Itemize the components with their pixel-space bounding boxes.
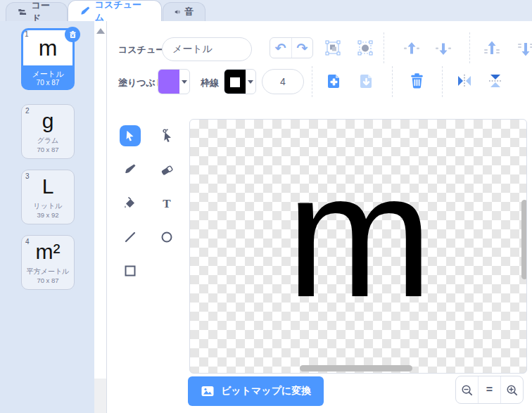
arrow-down-layer-icon <box>434 39 452 58</box>
undo-redo-group: ↶ ↷ <box>270 37 313 58</box>
costume-item-litre[interactable]: 3 L リットル 39 x 92 <box>21 170 75 224</box>
canvas-vertical-scrollbar[interactable] <box>521 200 527 279</box>
canvas-horizontal-scrollbar[interactable] <box>300 365 412 371</box>
circle-tool[interactable] <box>156 227 177 248</box>
flip-horizontal-button[interactable] <box>456 72 473 89</box>
zoom-controls: = <box>455 376 524 404</box>
costume-list-scrollbar[interactable] <box>94 21 107 413</box>
costume-name: メートル <box>21 69 75 80</box>
ungroup-icon <box>357 39 374 56</box>
convert-to-bitmap-button[interactable]: ビットマップに変換 <box>188 376 324 406</box>
costume-name: グラム <box>22 136 74 146</box>
fill-color-picker[interactable] <box>158 69 190 94</box>
select-tool[interactable] <box>120 125 141 146</box>
paste-button[interactable] <box>357 72 375 90</box>
eraser-icon <box>160 163 174 177</box>
costume-item-metre[interactable]: m 1 メートル 70 x 87 <box>21 28 75 90</box>
brush-icon <box>123 163 137 177</box>
arrow-front-icon <box>483 39 501 58</box>
text-icon: T <box>160 196 174 210</box>
outline-dropdown <box>246 70 255 94</box>
bring-to-front-button[interactable] <box>483 39 501 58</box>
arrow-back-icon <box>517 39 532 58</box>
speaker-icon <box>175 6 180 18</box>
flip-horizontal-icon <box>456 72 473 89</box>
code-blocks-icon <box>18 6 27 18</box>
fill-tool[interactable] <box>120 193 141 214</box>
reshape-tool[interactable] <box>156 125 177 146</box>
costume-item-square-metre[interactable]: 4 m² 平方メートル 70 x 87 <box>21 235 75 290</box>
toolbar-divider <box>392 66 393 97</box>
select-cursor-icon <box>124 129 137 142</box>
tab-sounds-label: 音 <box>184 6 194 18</box>
paint-bucket-icon <box>123 196 137 210</box>
costume-glyph: L <box>22 174 74 198</box>
costume-glyph: g <box>22 109 74 132</box>
zoom-in-button[interactable] <box>500 376 523 403</box>
costume-list: m 1 メートル 70 x 87 2 g グラム 70 x 87 3 L リット… <box>0 21 94 413</box>
tab-sounds[interactable]: 音 <box>163 2 205 21</box>
tab-costumes[interactable]: コスチューム <box>68 0 162 21</box>
scrollbar-track-bottom <box>94 379 106 413</box>
chevron-down-icon <box>182 80 187 84</box>
toolbar-divider <box>469 32 470 63</box>
costume-size: 39 x 92 <box>22 211 74 219</box>
paint-canvas[interactable]: m <box>189 119 527 374</box>
outline-color-picker[interactable] <box>224 69 256 94</box>
delete-costume-button[interactable] <box>65 27 80 42</box>
trash-x-icon <box>68 30 77 39</box>
costume-size: 70 x 87 <box>22 277 74 284</box>
paste-icon <box>357 72 375 90</box>
zoom-out-icon <box>460 383 474 397</box>
undo-button[interactable]: ↶ <box>270 38 291 58</box>
eraser-tool[interactable] <box>156 159 177 180</box>
brush-tool[interactable] <box>120 159 141 180</box>
arrow-up-layer-icon <box>403 39 421 58</box>
stroke-width-input[interactable] <box>262 69 304 94</box>
flip-vertical-button[interactable] <box>487 72 504 89</box>
ungroup-button[interactable] <box>355 38 375 58</box>
copy-icon <box>325 72 343 90</box>
group-button[interactable] <box>323 38 343 58</box>
convert-to-bitmap-label: ビットマップに変換 <box>221 385 311 398</box>
costume-glyph: m² <box>22 240 74 263</box>
line-tool[interactable] <box>120 227 141 248</box>
costume-size: 70 x 87 <box>22 146 74 153</box>
outline-color-swatch <box>224 70 246 94</box>
tab-costumes-label: コスチューム <box>95 0 150 24</box>
costume-name: 平方メートル <box>22 267 74 277</box>
costume-item-gram[interactable]: 2 g グラム 70 x 87 <box>21 104 75 159</box>
tab-code[interactable]: コード <box>6 2 68 21</box>
zoom-reset-button[interactable]: = <box>478 376 500 403</box>
toolbar-divider <box>442 66 443 97</box>
zoom-out-button[interactable] <box>456 376 478 403</box>
circle-icon <box>160 230 174 244</box>
line-icon <box>123 230 137 244</box>
svg-text:T: T <box>163 197 171 210</box>
zoom-in-icon <box>505 383 519 397</box>
canvas-letter: m <box>286 148 433 324</box>
outline-swatch-hole <box>230 77 240 87</box>
fill-color-swatch <box>158 70 179 94</box>
fill-dropdown <box>179 70 189 94</box>
toolbar-divider <box>384 32 384 63</box>
costume-name-input[interactable] <box>162 37 252 61</box>
copy-button[interactable] <box>324 72 343 90</box>
costume-size: 70 x 87 <box>21 79 75 87</box>
rectangle-icon <box>123 264 137 278</box>
brush-icon <box>80 6 91 17</box>
outline-label: 枠線 <box>201 77 219 89</box>
send-to-back-button[interactable] <box>517 39 532 58</box>
bitmap-image-icon <box>201 384 215 398</box>
costume-name: リットル <box>22 201 74 211</box>
rectangle-tool[interactable] <box>120 260 141 281</box>
text-tool[interactable]: T <box>156 193 177 214</box>
redo-button[interactable]: ↷ <box>291 38 313 58</box>
chevron-down-icon <box>248 80 253 84</box>
send-backward-button[interactable] <box>434 39 452 58</box>
costume-glyph: m <box>39 37 58 59</box>
scroll-up-arrow-icon[interactable] <box>96 28 105 34</box>
delete-button[interactable] <box>407 71 426 91</box>
bring-forward-button[interactable] <box>403 39 421 58</box>
costume-number: 1 <box>25 30 29 38</box>
